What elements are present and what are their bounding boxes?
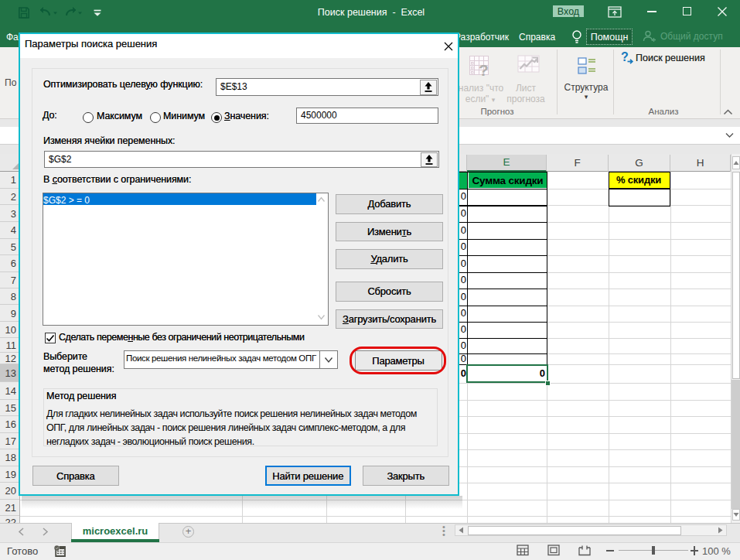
- svg-text:?: ?: [621, 50, 629, 63]
- svg-text:?: ?: [479, 61, 489, 78]
